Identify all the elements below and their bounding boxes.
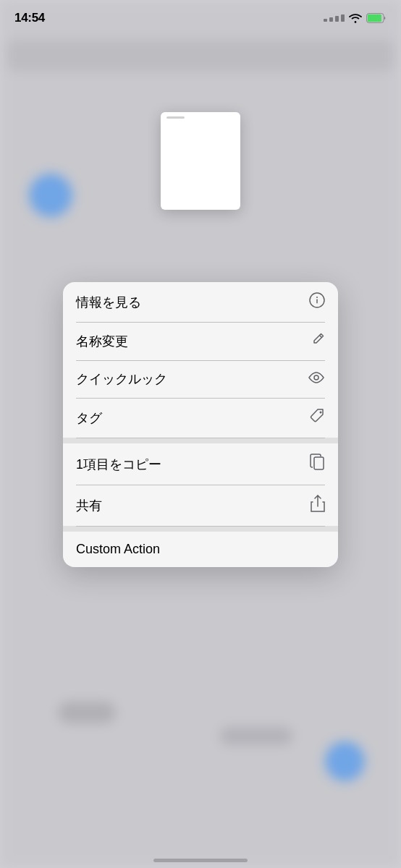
menu-item-rename-label: 名称変更 bbox=[76, 333, 128, 350]
bg-blob-2 bbox=[220, 727, 292, 745]
status-bar: 14:54 bbox=[0, 0, 401, 36]
battery-icon bbox=[366, 13, 387, 23]
svg-rect-3 bbox=[316, 299, 318, 304]
menu-item-tag-label: タグ bbox=[76, 409, 102, 427]
eye-icon bbox=[308, 372, 325, 387]
svg-rect-7 bbox=[314, 457, 324, 469]
svg-rect-1 bbox=[368, 14, 381, 22]
section-divider-2 bbox=[63, 526, 338, 532]
copy-icon bbox=[309, 454, 325, 475]
section-divider-1 bbox=[63, 438, 338, 443]
share-icon bbox=[311, 495, 325, 516]
signal-icon bbox=[324, 14, 345, 22]
menu-item-rename[interactable]: 名称変更 bbox=[63, 322, 338, 360]
status-time: 14:54 bbox=[14, 11, 45, 25]
info-icon bbox=[309, 292, 325, 312]
tag-icon bbox=[309, 408, 325, 427]
menu-item-copy-label: 1項目をコピー bbox=[76, 456, 161, 473]
status-icons bbox=[324, 13, 387, 23]
wifi-icon bbox=[349, 13, 362, 23]
bg-blob-1 bbox=[58, 702, 116, 723]
home-indicator bbox=[153, 859, 248, 862]
bg-blue-circle-right bbox=[325, 741, 365, 781]
menu-item-share[interactable]: 共有 bbox=[63, 485, 338, 526]
menu-item-tag[interactable]: タグ bbox=[63, 398, 338, 438]
menu-item-info-label: 情報を見る bbox=[76, 294, 141, 311]
menu-item-share-label: 共有 bbox=[76, 497, 102, 514]
menu-item-custom-action[interactable]: Custom Action bbox=[63, 532, 338, 567]
context-menu: 情報を見る 名称変更 クイックルック タグ bbox=[63, 282, 338, 567]
menu-item-custom-action-label: Custom Action bbox=[76, 542, 160, 557]
menu-item-quicklook-label: クイックルック bbox=[76, 370, 167, 388]
bg-top-bar bbox=[7, 40, 394, 72]
svg-point-4 bbox=[316, 297, 318, 298]
menu-item-quicklook[interactable]: クイックルック bbox=[63, 360, 338, 398]
menu-item-info[interactable]: 情報を見る bbox=[63, 282, 338, 322]
menu-item-copy[interactable]: 1項目をコピー bbox=[63, 443, 338, 485]
bg-blue-circle-left bbox=[29, 174, 72, 217]
document-preview bbox=[161, 112, 240, 210]
pencil-icon bbox=[312, 332, 325, 350]
svg-point-6 bbox=[320, 412, 322, 414]
svg-point-5 bbox=[314, 375, 318, 380]
